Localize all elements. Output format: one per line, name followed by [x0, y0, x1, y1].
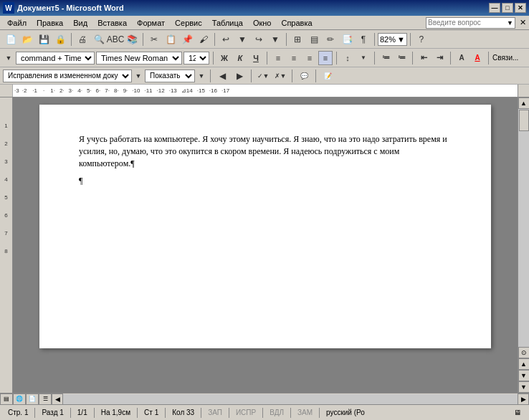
menu-file[interactable]: Файл [3, 17, 31, 29]
table-button[interactable]: ⊞ [290, 32, 305, 47]
bullets-button[interactable]: ≔ [378, 51, 393, 65]
new-button[interactable]: 📄 [3, 32, 19, 47]
normal-view-button[interactable]: ▤ [0, 393, 13, 405]
track-changes-on-button[interactable]: 📝 [320, 68, 335, 84]
font-size-select[interactable]: 12 [184, 52, 209, 65]
undo-button[interactable]: ↩ [218, 32, 234, 47]
view-buttons[interactable]: ▤ 🌐 📄 ☰ [0, 393, 52, 405]
redo-button[interactable]: ↪ [251, 32, 267, 47]
show-select[interactable]: Показать [145, 70, 195, 82]
underline-button[interactable]: Ч [249, 51, 263, 65]
track-dropdown-icon[interactable]: ▼ [133, 68, 143, 84]
menu-window[interactable]: Окно [249, 17, 276, 29]
style-select[interactable]: command + Time [16, 52, 95, 65]
print-view-button[interactable]: 📄 [26, 393, 39, 405]
menu-insert[interactable]: Вставка [93, 17, 131, 29]
show-dropdown-icon[interactable]: ▼ [196, 68, 206, 84]
scroll-h-track[interactable] [63, 394, 518, 404]
redo-dropdown-button[interactable]: ▼ [267, 32, 283, 47]
increase-indent-button[interactable]: ⇥ [432, 51, 447, 65]
cut-button[interactable]: ✂ [146, 32, 162, 47]
menu-edit[interactable]: Правка [32, 17, 67, 29]
decrease-indent-button[interactable]: ⇤ [416, 51, 431, 65]
document-map-button[interactable]: 📑 [339, 32, 355, 47]
print-button[interactable]: 🖨 [75, 32, 90, 47]
menu-bar: Файл Правка Вид Вставка Формат Сервис Та… [0, 16, 529, 30]
browse-select-button[interactable]: ⊙ [518, 347, 530, 358]
menu-format[interactable]: Формат [133, 17, 169, 29]
drawing-button[interactable]: ✏ [323, 32, 338, 47]
font-select[interactable]: Times New Roman [96, 52, 182, 65]
columns-button[interactable]: ▤ [306, 32, 322, 47]
bold-button[interactable]: Ж [217, 51, 232, 65]
search-input[interactable] [428, 19, 507, 27]
undo-dropdown-button[interactable]: ▼ [234, 32, 250, 47]
menu-tools[interactable]: Сервис [171, 17, 206, 29]
ruler-right-end [518, 85, 529, 97]
research-button[interactable]: 📚 [124, 32, 140, 47]
show-hide-button[interactable]: ¶ [356, 32, 371, 47]
outline-view-button[interactable]: ☰ [39, 393, 52, 405]
title-bar-controls[interactable]: — □ ✕ [489, 3, 526, 13]
document-page: Я учусь работать на компьютере. Я хочу э… [39, 105, 491, 348]
align-left-button[interactable]: ≡ [271, 51, 285, 65]
prev-change-button[interactable]: ◀ [214, 68, 230, 84]
save-button[interactable]: 💾 [36, 32, 52, 47]
scroll-thumb[interactable] [519, 110, 529, 131]
line-spacing-dropdown[interactable]: ▼ [356, 51, 371, 65]
menu-help[interactable]: Справка [277, 17, 316, 29]
paste-button[interactable]: 📌 [179, 32, 195, 47]
align-justify-button[interactable]: ≡ [318, 51, 333, 65]
format-painter-button[interactable]: 🖌 [196, 32, 211, 47]
preview-button[interactable]: 🔍 [91, 32, 107, 47]
status-div1 [34, 408, 35, 418]
search-dropdown-icon[interactable]: ▼ [507, 19, 513, 27]
separator-fmt6 [450, 52, 451, 65]
highlight-button[interactable]: A [454, 51, 469, 65]
horizontal-scrollbar[interactable]: ▤ 🌐 📄 ☰ ◀ ▶ [0, 393, 529, 404]
zoom-dropdown-icon[interactable]: ▼ [397, 35, 405, 44]
track-changes-toolbar: Исправления в измененном докумен ▼ Показ… [0, 67, 529, 85]
numbering-button[interactable]: ≔ [394, 51, 409, 65]
spell-button[interactable]: ABC [108, 32, 123, 47]
status-page: Стр. 1 [3, 406, 33, 419]
scroll-left-button[interactable]: ◀ [52, 393, 63, 405]
document-text[interactable]: Я учусь работать на компьютере. Я хочу э… [79, 133, 452, 187]
separator-track2 [251, 70, 252, 82]
menu-view[interactable]: Вид [69, 17, 92, 29]
maximize-button[interactable]: □ [502, 3, 513, 13]
next-page-button[interactable]: ▼ [518, 370, 530, 381]
style-dropdown-icon[interactable]: ▼ [3, 50, 14, 66]
scroll-track[interactable] [518, 109, 530, 347]
help-button[interactable]: ? [414, 32, 429, 47]
track-changes-select[interactable]: Исправления в измененном докумен [3, 70, 132, 82]
status-div9 [290, 408, 291, 418]
next-change-button[interactable]: ▶ [232, 68, 247, 84]
font-color-button[interactable]: A [470, 51, 485, 65]
status-bar: Стр. 1 Разд 1 1/1 На 1,9см Ст 1 Кол 33 З… [0, 404, 529, 420]
scroll-right-button[interactable]: ▶ [518, 393, 529, 405]
minimize-button[interactable]: — [489, 3, 500, 13]
close-button[interactable]: ✕ [515, 3, 526, 13]
align-right-button[interactable]: ≡ [302, 51, 317, 65]
reject-change-button[interactable]: ✗▼ [272, 68, 288, 84]
copy-button[interactable]: 📋 [163, 32, 178, 47]
separator-fmt7 [488, 52, 489, 65]
prev-page-button[interactable]: ▲ [518, 358, 530, 370]
italic-button[interactable]: К [233, 51, 247, 65]
scroll-down-button[interactable]: ▼ [518, 381, 530, 393]
scroll-up-button[interactable]: ▲ [518, 97, 530, 109]
menu-close-icon[interactable]: ✕ [520, 18, 526, 27]
vertical-scrollbar[interactable]: ▲ ⊙ ▲ ▼ ▼ [518, 97, 529, 393]
search-box[interactable]: ▼ [426, 17, 515, 29]
document-area[interactable]: Я учусь работать на компьютере. Я хочу э… [13, 97, 518, 393]
zoom-box[interactable]: 82% ▼ [378, 33, 407, 46]
web-view-button[interactable]: 🌐 [13, 393, 26, 405]
menu-table[interactable]: Таблица [208, 17, 247, 29]
new-comment-button[interactable]: 💬 [296, 68, 312, 84]
permission-button[interactable]: 🔒 [52, 32, 68, 47]
accept-change-button[interactable]: ✓▼ [255, 68, 271, 84]
open-button[interactable]: 📂 [19, 32, 35, 47]
line-spacing-button[interactable]: ↕ [340, 51, 355, 65]
align-center-button[interactable]: ≡ [287, 51, 301, 65]
